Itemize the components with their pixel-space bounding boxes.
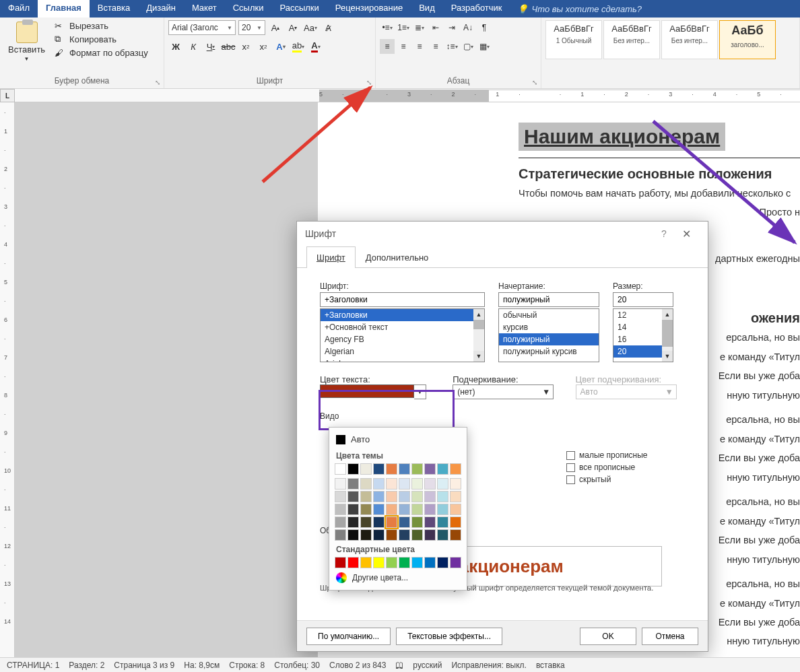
horizontal-ruler[interactable]: 5·4·3·2·1··1·2·3·4·5·6·7·8·9 — [15, 89, 800, 102]
format-painter-button[interactable]: 🖌Формат по образцу — [55, 47, 148, 58]
font-opt-1[interactable]: +Основной текст — [321, 321, 484, 333]
tell-me[interactable]: 💡 Что вы хотите сделать? — [510, 0, 649, 18]
show-marks-button[interactable]: ¶ — [477, 20, 492, 35]
borders-button[interactable]: ▦ — [477, 39, 492, 54]
font-opt-4[interactable]: Arial — [321, 358, 484, 362]
theme-shade[interactable] — [411, 516, 423, 528]
highlight-button[interactable]: ab — [291, 39, 306, 54]
status-track[interactable]: Исправления: выкл. — [451, 661, 526, 670]
font-name-combo[interactable]: Arial (Заголс▼ — [168, 20, 236, 35]
theme-shade[interactable] — [411, 529, 423, 541]
tab-references[interactable]: Ссылки — [225, 0, 272, 18]
default-button[interactable]: По умолчанию... — [306, 628, 391, 645]
theme-shade[interactable] — [437, 491, 448, 502]
italic-button[interactable]: К — [186, 39, 201, 54]
theme-shade[interactable] — [347, 478, 359, 490]
theme-shade[interactable] — [335, 491, 346, 502]
size-scrollbar[interactable]: ▲▼ — [662, 309, 673, 362]
tab-design[interactable]: Дизайн — [138, 0, 184, 18]
theme-shade[interactable] — [424, 516, 436, 528]
indent-dec-button[interactable]: ⇤ — [428, 20, 443, 35]
font-color-button[interactable]: A — [308, 39, 323, 54]
theme-shade[interactable] — [347, 529, 359, 541]
vertical-ruler[interactable]: ·1· 2·3 ·4· 5·6 ·7· 8·9 ·10· 11·12 ·13· … — [0, 102, 15, 657]
theme-color[interactable] — [347, 463, 359, 475]
line-spacing-button[interactable]: ↕≡ — [444, 39, 459, 54]
theme-shade[interactable] — [399, 504, 410, 515]
status-line[interactable]: Строка: 8 — [229, 661, 265, 670]
theme-color[interactable] — [360, 463, 372, 475]
theme-shade[interactable] — [373, 529, 385, 541]
tab-file[interactable]: Файл — [0, 0, 38, 18]
style-opt-0[interactable]: обычный — [499, 309, 599, 321]
font-input[interactable] — [320, 292, 485, 307]
font-launcher[interactable]: ⤡ — [364, 77, 374, 87]
theme-color[interactable] — [437, 463, 448, 475]
theme-shade[interactable] — [424, 491, 436, 502]
chk-smallcaps[interactable]: малые прописные — [566, 450, 681, 460]
clear-format-button[interactable]: A̷ — [321, 20, 335, 35]
change-case-button[interactable]: Aa — [303, 20, 318, 35]
cancel-button[interactable]: Отмена — [642, 628, 698, 645]
theme-color[interactable] — [411, 463, 423, 475]
theme-shade[interactable] — [373, 504, 385, 515]
theme-color[interactable] — [424, 463, 436, 475]
paragraph-launcher[interactable]: ⤡ — [530, 77, 539, 87]
theme-shade[interactable] — [399, 491, 410, 502]
indent-inc-button[interactable]: ⇥ — [444, 20, 459, 35]
status-mode[interactable]: вставка — [536, 661, 565, 670]
theme-shade[interactable] — [411, 478, 423, 490]
standard-color[interactable] — [360, 557, 372, 568]
underline-dropdown[interactable]: (нет)▼ — [453, 384, 554, 399]
theme-shade[interactable] — [373, 516, 385, 528]
copy-button[interactable]: ⧉Копировать — [55, 34, 148, 44]
theme-shade[interactable] — [360, 504, 372, 515]
strike-button[interactable]: abc — [221, 39, 236, 54]
theme-color[interactable] — [450, 463, 461, 475]
standard-color[interactable] — [373, 557, 385, 568]
theme-shade[interactable] — [399, 516, 410, 528]
status-col[interactable]: Столбец: 30 — [274, 661, 320, 670]
theme-shade[interactable] — [450, 504, 461, 515]
theme-shade[interactable] — [399, 529, 410, 541]
size-listbox[interactable]: 12 14 16 20 ▲▼ — [613, 308, 673, 362]
style-nospacing1[interactable]: АаБбВвГгБез интер... — [603, 20, 660, 59]
standard-color[interactable] — [424, 557, 436, 568]
status-section[interactable]: Раздел: 2 — [69, 661, 104, 670]
standard-color[interactable] — [437, 557, 448, 568]
standard-color[interactable] — [450, 557, 461, 568]
style-input[interactable] — [498, 292, 599, 307]
theme-shade[interactable] — [450, 478, 461, 490]
theme-shade[interactable] — [424, 478, 436, 490]
font-opt-2[interactable]: Agency FB — [321, 333, 484, 345]
theme-shade[interactable] — [360, 478, 372, 490]
tab-layout[interactable]: Макет — [184, 0, 225, 18]
superscript-button[interactable]: x2 — [256, 39, 271, 54]
standard-color[interactable] — [347, 557, 359, 568]
status-page-of[interactable]: Страница 3 из 9 — [114, 661, 174, 670]
align-right-button[interactable]: ≡ — [412, 39, 427, 54]
font-listbox[interactable]: +Заголовки +Основной текст Agency FB Alg… — [320, 308, 485, 362]
chk-hidden[interactable]: скрытый — [566, 475, 681, 484]
color-auto[interactable]: Авто — [335, 432, 461, 447]
cut-button[interactable]: ✂Вырезать — [55, 20, 148, 31]
theme-shade[interactable] — [335, 478, 346, 490]
text-effects-button[interactable]: A — [273, 39, 288, 54]
theme-shade[interactable] — [335, 529, 346, 541]
status-pos[interactable]: На: 8,9см — [184, 661, 220, 670]
bullets-button[interactable]: •≡ — [380, 20, 395, 35]
dialog-titlebar[interactable]: Шрифт ? ✕ — [297, 222, 708, 246]
theme-shade[interactable] — [347, 504, 359, 515]
theme-shade[interactable] — [386, 529, 397, 541]
numbering-button[interactable]: 1≡ — [396, 20, 411, 35]
standard-color[interactable] — [411, 557, 423, 568]
theme-shade[interactable] — [411, 491, 423, 502]
theme-color[interactable] — [399, 463, 410, 475]
theme-shade[interactable] — [386, 504, 397, 515]
bold-button[interactable]: Ж — [168, 39, 183, 54]
paste-button[interactable]: Вставить ▼ — [4, 20, 49, 63]
theme-shade[interactable] — [437, 516, 448, 528]
clipboard-launcher[interactable]: ⤡ — [153, 77, 162, 87]
more-colors[interactable]: Другие цвета... — [335, 568, 461, 584]
dialog-close-button[interactable]: ✕ — [673, 223, 700, 244]
